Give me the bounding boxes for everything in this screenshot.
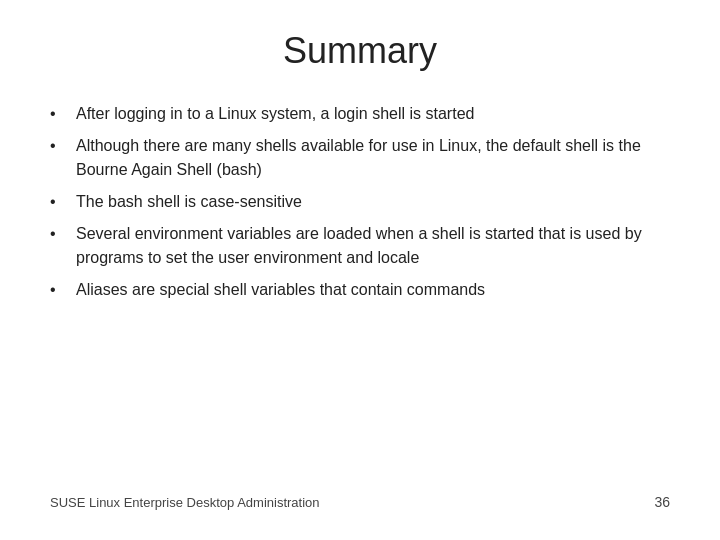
bullet-text: Several environment variables are loaded…	[76, 222, 670, 270]
footer-course-name: SUSE Linux Enterprise Desktop Administra…	[50, 495, 320, 510]
bullet-dot: •	[50, 278, 70, 302]
slide-title: Summary	[50, 30, 670, 72]
list-item: • Aliases are special shell variables th…	[50, 278, 670, 302]
list-item: • Although there are many shells availab…	[50, 134, 670, 182]
bullet-dot: •	[50, 102, 70, 126]
list-item: • The bash shell is case-sensitive	[50, 190, 670, 214]
bullet-dot: •	[50, 222, 70, 246]
bullet-dot: •	[50, 190, 70, 214]
bullet-dot: •	[50, 134, 70, 158]
bullet-text: After logging in to a Linux system, a lo…	[76, 102, 670, 126]
list-item: • After logging in to a Linux system, a …	[50, 102, 670, 126]
list-item: • Several environment variables are load…	[50, 222, 670, 270]
bullet-text: Aliases are special shell variables that…	[76, 278, 670, 302]
footer-page-number: 36	[654, 494, 670, 510]
bullet-list: • After logging in to a Linux system, a …	[50, 102, 670, 484]
bullet-text: Although there are many shells available…	[76, 134, 670, 182]
slide-footer: SUSE Linux Enterprise Desktop Administra…	[50, 484, 670, 510]
slide: Summary • After logging in to a Linux sy…	[0, 0, 720, 540]
bullet-text: The bash shell is case-sensitive	[76, 190, 670, 214]
